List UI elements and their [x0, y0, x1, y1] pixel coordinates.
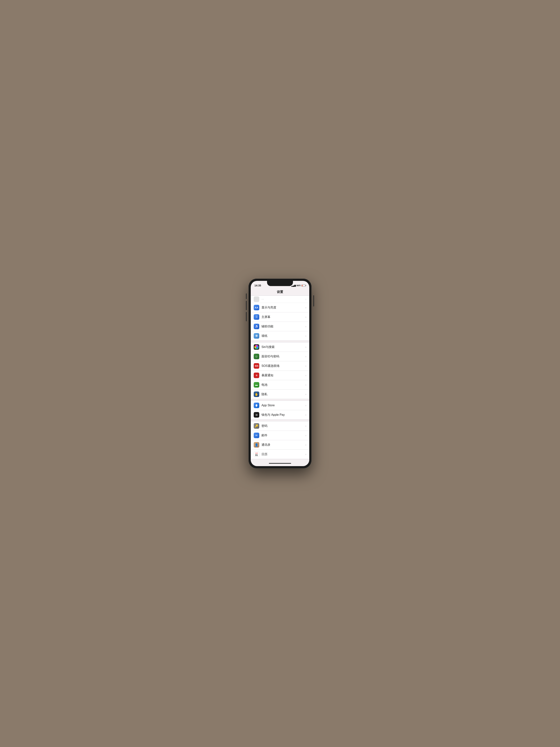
chevron-icon: › — [305, 443, 306, 446]
accessibility-icon: ♿ — [254, 324, 259, 329]
home-indicator — [251, 461, 309, 466]
partial-label: ··· — [262, 298, 304, 301]
exposure-icon: ✳ — [254, 372, 259, 378]
mute-button — [246, 293, 247, 299]
wallpaper-icon: ❋ — [254, 333, 259, 339]
chevron-icon: › — [305, 424, 306, 428]
wallet-icon: ▤ — [254, 412, 259, 418]
faceid-label: 面容ID与密码 — [262, 355, 304, 359]
passwords-icon: 🔑 — [254, 423, 259, 429]
settings-list: ··· › AA 显示与亮度 › ⠿ 主屏幕 › ♿ 辅助功能 › — [251, 295, 309, 461]
chevron-icon: › — [305, 404, 306, 407]
chevron-icon: › — [305, 453, 306, 456]
display-icon: AA — [254, 305, 259, 310]
homescreen-label: 主屏幕 — [262, 315, 304, 319]
settings-row-wallpaper[interactable]: ❋ 墙纸 › — [251, 331, 309, 340]
mail-icon: ✉ — [254, 433, 259, 438]
appstore-label: App Store — [262, 404, 304, 407]
chevron-icon: › — [305, 393, 306, 396]
privacy-label: 隐私 — [262, 392, 304, 396]
chevron-icon: › — [305, 383, 306, 386]
settings-group-2: Siri与搜索 › ☺ 面容ID与密码 › SOS SOS紧急联络 › ✳ 暴露… — [251, 342, 309, 399]
power-button — [313, 295, 314, 306]
page-title: 设置 — [251, 289, 309, 295]
exposure-label: 暴露通知 — [262, 374, 304, 378]
battery-icon — [301, 285, 305, 287]
display-label: 显示与亮度 — [262, 306, 304, 310]
sos-icon: SOS — [254, 363, 259, 369]
settings-row-sos[interactable]: SOS SOS紧急联络 › — [251, 361, 309, 371]
volume-down-button — [246, 312, 247, 321]
homescreen-icon: ⠿ — [254, 314, 259, 320]
passwords-label: 密码 — [262, 424, 304, 428]
status-icons: ▂▄▆ WiFi — [291, 284, 305, 287]
contacts-icon: 👤 — [254, 442, 259, 447]
settings-row-siri[interactable]: Siri与搜索 › — [251, 342, 309, 352]
wallet-label: 钱包与 Apple Pay — [262, 413, 304, 417]
chevron-icon: › — [305, 334, 306, 337]
settings-group-1: ··· › AA 显示与亮度 › ⠿ 主屏幕 › ♿ 辅助功能 › — [251, 295, 309, 341]
status-time: 14:35 — [255, 284, 261, 287]
mail-label: 邮件 — [262, 434, 304, 437]
volume-up-button — [246, 301, 247, 310]
accessibility-label: 辅助功能 — [262, 325, 304, 329]
chevron-icon: › — [305, 315, 306, 318]
settings-group-3: App Store › ▤ 钱包与 Apple Pay › — [251, 401, 309, 420]
contacts-label: 通讯录 — [262, 443, 304, 447]
privacy-icon: ✋ — [254, 391, 259, 397]
chevron-icon: › — [305, 325, 306, 328]
settings-row-display[interactable]: AA 显示与亮度 › — [251, 303, 309, 312]
notch — [267, 281, 293, 286]
settings-row-passwords[interactable]: 🔑 密码 › — [251, 421, 309, 431]
chevron-icon: › — [305, 298, 306, 301]
settings-row-appstore[interactable]: App Store › — [251, 401, 309, 410]
settings-row-faceid[interactable]: ☺ 面容ID与密码 › — [251, 352, 309, 361]
chevron-icon: › — [305, 345, 306, 349]
battery-label: 电池 — [262, 383, 304, 387]
settings-row-partial[interactable]: ··· › — [251, 296, 309, 303]
settings-row-privacy[interactable]: ✋ 隐私 › — [251, 390, 309, 399]
chevron-icon: › — [305, 413, 306, 416]
settings-row-exposure[interactable]: ✳ 暴露通知 › — [251, 371, 309, 380]
siri-label: Siri与搜索 — [262, 345, 304, 349]
settings-row-mail[interactable]: ✉ 邮件 › — [251, 431, 309, 440]
siri-icon — [254, 344, 259, 350]
battery-setting-icon: ▬ — [254, 382, 259, 388]
settings-row-contacts[interactable]: 👤 通讯录 › — [251, 440, 309, 449]
phone-screen: 14:35 ▂▄▆ WiFi 设置 ··· › — [251, 281, 309, 466]
calendar-icon: 日历 31 — [254, 452, 259, 457]
phone-frame: 14:35 ▂▄▆ WiFi 设置 ··· › — [248, 279, 312, 468]
settings-row-battery[interactable]: ▬ 电池 › — [251, 380, 309, 390]
appstore-icon — [254, 403, 259, 408]
faceid-icon: ☺ — [254, 354, 259, 359]
settings-group-4: 🔑 密码 › ✉ 邮件 › 👤 通讯录 › 日历 3 — [251, 421, 309, 459]
chevron-icon: › — [305, 364, 306, 367]
settings-row-homescreen[interactable]: ⠿ 主屏幕 › — [251, 312, 309, 322]
wallpaper-label: 墙纸 — [262, 334, 304, 338]
wifi-icon: WiFi — [296, 284, 301, 287]
settings-row-accessibility[interactable]: ♿ 辅助功能 › — [251, 322, 309, 331]
chevron-icon: › — [305, 306, 306, 309]
chevron-icon: › — [305, 374, 306, 377]
chevron-icon: › — [305, 355, 306, 358]
chevron-icon: › — [305, 434, 306, 437]
calendar-label: 日历 — [262, 453, 304, 456]
sos-label: SOS紧急联络 — [262, 364, 304, 368]
settings-row-wallet[interactable]: ▤ 钱包与 Apple Pay › — [251, 410, 309, 419]
home-bar — [269, 463, 291, 464]
settings-row-calendar[interactable]: 日历 31 日历 › — [251, 449, 309, 459]
partial-icon — [254, 297, 259, 302]
